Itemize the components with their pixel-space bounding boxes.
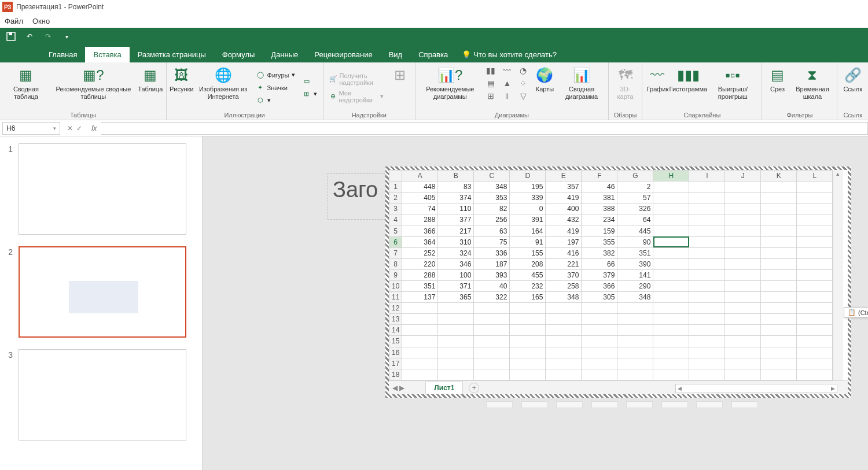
cell[interactable]: [438, 303, 474, 314]
row-header[interactable]: 6: [389, 236, 402, 247]
cell[interactable]: 195: [510, 182, 546, 193]
cell[interactable]: 379: [582, 269, 617, 280]
cell[interactable]: 348: [474, 182, 510, 193]
cell[interactable]: [761, 369, 797, 380]
cell[interactable]: 339: [510, 193, 546, 203]
cell[interactable]: [761, 269, 797, 280]
cell[interactable]: [797, 280, 833, 291]
cell[interactable]: 221: [546, 258, 582, 269]
cell[interactable]: [653, 247, 689, 258]
cell[interactable]: 400: [546, 203, 582, 214]
cell[interactable]: 159: [582, 225, 617, 236]
scatter-chart-icon[interactable]: ⁘: [516, 77, 531, 89]
cell[interactable]: [797, 236, 833, 247]
cell[interactable]: 366: [582, 280, 617, 291]
cell[interactable]: 258: [546, 280, 582, 291]
stock-chart-icon[interactable]: ⊞: [483, 90, 498, 102]
column-header[interactable]: F: [582, 171, 617, 182]
slide-thumbnail-1[interactable]: [19, 143, 186, 235]
cell[interactable]: [725, 358, 761, 369]
redo-icon[interactable]: ↷: [42, 30, 54, 43]
cell[interactable]: 416: [546, 247, 582, 258]
cell[interactable]: [510, 303, 546, 314]
cell[interactable]: [653, 182, 689, 193]
tab-nav-buttons[interactable]: ◀ ▶: [389, 384, 408, 392]
smartart-button[interactable]: ▭: [300, 76, 319, 87]
cell[interactable]: 74: [402, 203, 438, 214]
slide-thumbnail-3[interactable]: [19, 349, 186, 441]
cell[interactable]: [689, 303, 725, 314]
hyperlink-button[interactable]: 🔗 Ссылк: [841, 65, 865, 110]
row-header[interactable]: 18: [389, 369, 402, 380]
cell[interactable]: 381: [582, 193, 617, 203]
cell[interactable]: 365: [438, 292, 474, 303]
timeline-button[interactable]: ⧗ Временная шкала: [791, 65, 833, 110]
cell[interactable]: 197: [546, 236, 582, 247]
cell[interactable]: [510, 347, 546, 358]
cell[interactable]: [474, 336, 510, 347]
cell[interactable]: 310: [438, 236, 474, 247]
cell[interactable]: [725, 225, 761, 236]
cell[interactable]: [438, 369, 474, 380]
cell[interactable]: [689, 292, 725, 303]
cell[interactable]: [797, 193, 833, 203]
cell[interactable]: [474, 314, 510, 325]
column-header[interactable]: J: [725, 171, 761, 182]
column-header[interactable]: C: [474, 171, 510, 182]
cell[interactable]: [689, 325, 725, 336]
cell[interactable]: [546, 314, 582, 325]
title-placeholder[interactable]: Заго: [328, 173, 385, 220]
cell[interactable]: 445: [617, 225, 653, 236]
row-header[interactable]: 7: [389, 247, 402, 258]
cell[interactable]: [474, 325, 510, 336]
cell[interactable]: 455: [510, 269, 546, 280]
tab-insert[interactable]: Вставка: [85, 47, 129, 62]
cell[interactable]: 324: [438, 247, 474, 258]
cell[interactable]: [689, 236, 725, 247]
cell[interactable]: [546, 303, 582, 314]
my-addins-button[interactable]: ⊕Мои надстройки ▾: [327, 88, 387, 105]
cell[interactable]: [761, 193, 797, 203]
cell[interactable]: 137: [402, 292, 438, 303]
cell[interactable]: [725, 236, 761, 247]
cell[interactable]: [797, 369, 833, 380]
column-chart-icon[interactable]: ▮▮: [483, 65, 498, 76]
cell[interactable]: [653, 280, 689, 291]
3dmodel-button[interactable]: ⬡ ▾: [253, 95, 297, 106]
tell-me-search[interactable]: 💡 Что вы хотите сделать?: [456, 47, 562, 62]
cell[interactable]: [725, 292, 761, 303]
cell[interactable]: 419: [546, 225, 582, 236]
cell[interactable]: [725, 336, 761, 347]
cell[interactable]: [689, 203, 725, 214]
shapes-button[interactable]: ◯Фигуры ▾: [253, 69, 297, 81]
cell[interactable]: 382: [582, 247, 617, 258]
cell[interactable]: [761, 314, 797, 325]
cell[interactable]: [546, 325, 582, 336]
cell[interactable]: [761, 203, 797, 214]
row-header[interactable]: 2: [389, 193, 402, 203]
tab-review[interactable]: Рецензирование: [306, 47, 380, 62]
column-header[interactable]: E: [546, 171, 582, 182]
tab-help[interactable]: Справка: [410, 47, 456, 62]
cell[interactable]: [653, 225, 689, 236]
cell[interactable]: [438, 358, 474, 369]
maps-button[interactable]: 🌍 Карты: [533, 65, 556, 110]
cell[interactable]: [797, 292, 833, 303]
cell[interactable]: [725, 182, 761, 193]
cell[interactable]: 165: [510, 292, 546, 303]
column-header[interactable]: I: [689, 171, 725, 182]
cell[interactable]: [402, 325, 438, 336]
pie-chart-icon[interactable]: ◔: [516, 65, 531, 76]
cell[interactable]: [761, 225, 797, 236]
cell[interactable]: [797, 225, 833, 236]
cell[interactable]: 75: [474, 236, 510, 247]
column-header[interactable]: G: [617, 171, 653, 182]
cell[interactable]: 371: [438, 280, 474, 291]
qat-more-icon[interactable]: ▾: [60, 30, 73, 43]
cell[interactable]: [725, 193, 761, 203]
menu-window[interactable]: Окно: [32, 17, 50, 25]
table-button[interactable]: ▦ Таблица: [138, 65, 163, 110]
cell[interactable]: [725, 314, 761, 325]
cell[interactable]: [761, 347, 797, 358]
cell[interactable]: [617, 369, 653, 380]
